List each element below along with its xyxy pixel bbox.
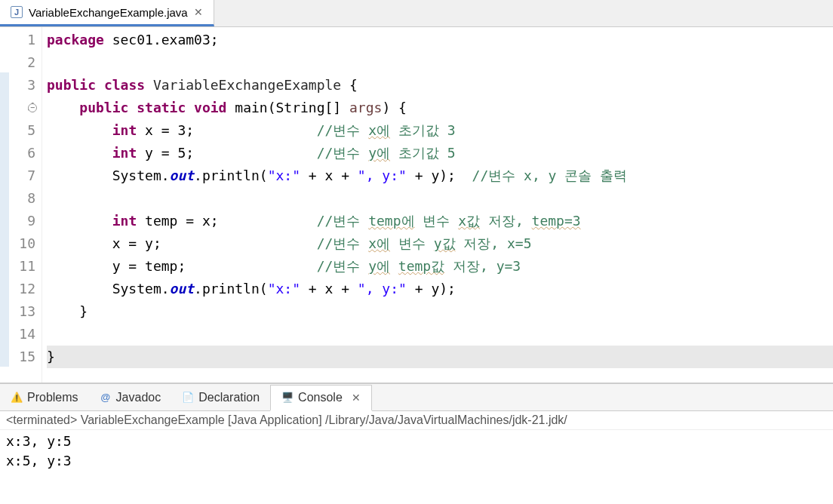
code-editor[interactable]: 1234−56789101112131415 package sec01.exa…	[0, 27, 833, 383]
code-line[interactable]: y = temp; //변수 y에 temp값 저장, y=3	[47, 255, 833, 278]
folding-margin	[0, 27, 9, 383]
declaration-icon: 📄	[182, 392, 194, 404]
code-line[interactable]	[47, 51, 833, 74]
tab-problems[interactable]: ⚠️ Problems	[0, 384, 89, 410]
editor-tab-label: VariableExchangeExample.java	[29, 6, 188, 19]
tab-javadoc[interactable]: @ Javadoc	[89, 384, 172, 410]
editor-area: J VariableExchangeExample.java ✕ 1234−56…	[0, 0, 833, 383]
tab-console[interactable]: 🖥️ Console ✕	[270, 385, 372, 411]
code-line[interactable]: package sec01.exam03;	[47, 29, 833, 51]
close-icon[interactable]: ✕	[194, 6, 203, 18]
code-line[interactable]: x = y; //변수 x에 변수 y값 저장, x=5	[47, 232, 833, 255]
bottom-panel: ⚠️ Problems @ Javadoc 📄 Declaration 🖥️ C…	[0, 383, 833, 504]
tab-label: Javadoc	[116, 391, 161, 404]
code-line[interactable]	[47, 187, 833, 210]
code-line[interactable]: int y = 5; //변수 y에 초기값 5	[47, 142, 833, 164]
code-line[interactable]	[47, 323, 833, 346]
console-icon: 🖥️	[281, 392, 294, 404]
editor-tab-bar: J VariableExchangeExample.java ✕	[0, 0, 833, 27]
fold-toggle-icon[interactable]: −	[28, 103, 37, 112]
code-content[interactable]: package sec01.exam03; public class Varia…	[42, 27, 833, 383]
close-icon[interactable]: ✕	[352, 392, 361, 404]
editor-tab[interactable]: J VariableExchangeExample.java ✕	[0, 0, 214, 26]
tab-label: Console	[298, 391, 343, 404]
console-status: <terminated> VariableExchangeExample [Ja…	[0, 411, 833, 430]
tab-label: Declaration	[198, 391, 260, 404]
code-line[interactable]: }	[47, 300, 833, 323]
problems-icon: ⚠️	[11, 392, 23, 404]
code-line[interactable]: System.out.println("x:" + x + ", y:" + y…	[47, 278, 833, 300]
code-line[interactable]: System.out.println("x:" + x + ", y:" + y…	[47, 164, 833, 187]
panel-tab-bar: ⚠️ Problems @ Javadoc 📄 Declaration 🖥️ C…	[0, 384, 833, 411]
tab-label: Problems	[27, 391, 78, 404]
tab-declaration[interactable]: 📄 Declaration	[171, 384, 270, 410]
code-line[interactable]: }	[47, 346, 833, 368]
code-line[interactable]: public class VariableExchangeExample {	[47, 74, 833, 97]
javadoc-icon: @	[100, 392, 112, 404]
java-file-icon: J	[11, 6, 23, 18]
code-line[interactable]: public static void main(String[] args) {	[47, 97, 833, 119]
code-line[interactable]: int x = 3; //변수 x에 초기값 3	[47, 119, 833, 142]
code-line[interactable]: int temp = x; //변수 temp에 변수 x값 저장, temp=…	[47, 210, 833, 232]
line-number-gutter: 1234−56789101112131415	[9, 27, 42, 383]
console-output[interactable]: x:3, y:5 x:5, y:3	[0, 430, 833, 472]
